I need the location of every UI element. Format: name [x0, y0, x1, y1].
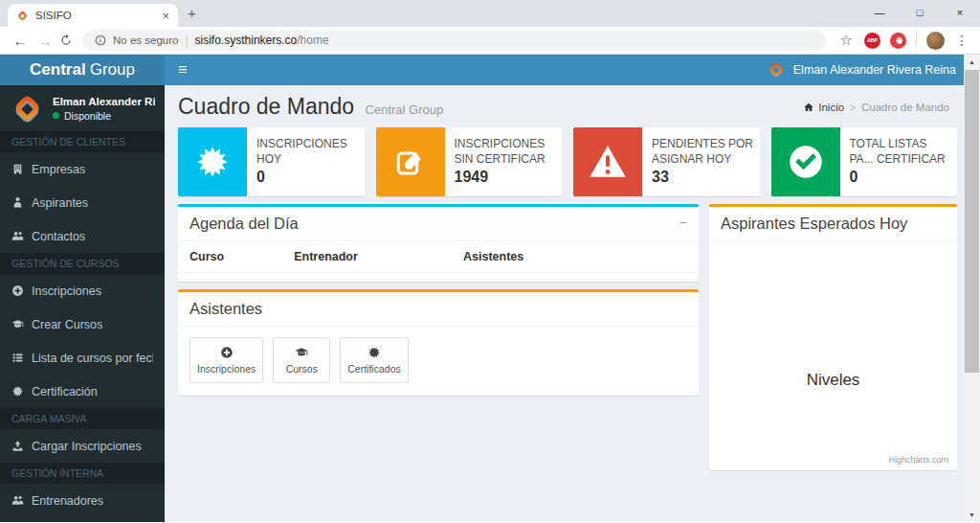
vertical-scrollbar[interactable]: ▲ ▼ [964, 55, 980, 522]
sidebar-item-label: Inscripciones [32, 284, 101, 298]
adblock-extension-icon[interactable]: ABP [864, 33, 880, 49]
check-circle-icon [787, 143, 825, 181]
browser-window: SISIFO × + — □ × ← → No es seguro | sisi… [0, 0, 980, 523]
sidebar-section-interna: GESTIÓN INTERNA [0, 463, 165, 484]
browser-toolbar: ← → No es seguro | sisifo.systhinkers.co… [0, 27, 980, 55]
sidebar-item-label: Entrenadores [32, 494, 103, 508]
sidebar-item-label: Contactos [32, 230, 85, 243]
card-label: PENDIENTES POR ASIGNAR HOY [652, 136, 754, 167]
breadcrumb: Inicio > Cuadro de Mando [803, 102, 949, 113]
address-bar[interactable]: No es seguro | sisifo.systhinkers.co/hom… [82, 30, 826, 51]
url-divider: | [185, 34, 188, 47]
app-navbar: CentralGroup ≡ Elman Alexander Rivera Re… [0, 55, 980, 85]
reload-button[interactable] [59, 34, 73, 47]
page-info-icon[interactable] [94, 34, 107, 47]
page-subtitle: Central Group [366, 102, 444, 117]
aspirantes-title: Aspirantes Esperados Hoy [721, 215, 907, 232]
inscripciones-button[interactable]: Inscripciones [189, 337, 263, 383]
card-listas-certificar[interactable]: TOTAL LISTAS PA... CERTIFICAR 0 [771, 127, 958, 196]
certificados-button[interactable]: Certificados [340, 337, 408, 383]
scroll-down-icon[interactable]: ▼ [964, 508, 980, 522]
browser-tab[interactable]: SISIFO × [8, 4, 178, 27]
upload-icon [11, 440, 24, 452]
sidebar-item-contactos[interactable]: Contactos [0, 219, 165, 253]
scroll-up-icon[interactable]: ▲ [964, 55, 980, 69]
window-controls: — □ × [859, 0, 980, 27]
plus-circle-icon [11, 284, 24, 297]
back-button[interactable]: ← [8, 33, 33, 49]
users-icon [11, 230, 24, 242]
toolbar-separator [916, 33, 917, 48]
collapse-minus-icon[interactable]: − [679, 215, 687, 230]
content-header: Cuadro de Mando Central Group Inicio > C… [165, 85, 964, 125]
burst-icon [194, 144, 231, 180]
chart-credits[interactable]: Highcharts.com [888, 455, 948, 465]
certificate-icon [11, 385, 24, 398]
list-icon [11, 352, 24, 364]
person-icon [11, 196, 24, 209]
sidebar-toggle-icon[interactable]: ≡ [178, 55, 187, 85]
building-icon [11, 163, 24, 175]
card-pendientes[interactable]: PENDIENTES POR ASIGNAR HOY 33 [573, 127, 760, 196]
card-inscripciones-hoy[interactable]: INSCRIPCIONES HOY 0 [178, 127, 365, 196]
card-value: 1949 [455, 169, 557, 186]
sidebar-item-lista-cursos[interactable]: Lista de cursos por fecha [0, 341, 165, 375]
breadcrumb-separator: > [850, 102, 856, 113]
scrollbar-thumb[interactable] [965, 70, 979, 373]
sidebar-item-label: Aspirantes [32, 196, 88, 210]
window-restore-button[interactable]: □ [900, 0, 940, 27]
card-label: INSCRIPCIONES SIN CERTIFICAR [455, 136, 557, 167]
sidebar-item-aspirantes[interactable]: Aspirantes [0, 186, 165, 219]
sidebar-item-inscripciones[interactable]: Inscripciones [0, 274, 165, 307]
agenda-table-body [178, 273, 699, 282]
security-label: No es seguro [113, 34, 178, 46]
card-sin-certificar[interactable]: INSCRIPCIONES SIN CERTIFICAR 1949 [376, 127, 563, 196]
sidebar-item-entrenadores[interactable]: Entrenadores [0, 484, 165, 517]
agenda-panel: Agenda del Día − Curso Entrenador Asiste… [178, 204, 699, 282]
brand-logo[interactable]: CentralGroup [0, 55, 165, 85]
chart-title: Niveles [709, 371, 957, 390]
breadcrumb-current: Cuadro de Mando [861, 102, 949, 113]
status-dot-icon [53, 112, 59, 119]
sidebar-item-crear-cursos[interactable]: Crear Cursos [0, 307, 165, 341]
card-value: 0 [256, 169, 359, 186]
sidebar-item-empresas[interactable]: Empresas [0, 152, 165, 186]
breadcrumb-home[interactable]: Inicio [818, 102, 844, 113]
profile-avatar[interactable] [926, 32, 945, 50]
edit-icon [393, 145, 428, 179]
cursos-button[interactable]: Cursos [273, 337, 330, 383]
url-path: /home [297, 34, 328, 47]
sidebar-item-cargar-inscripciones[interactable]: Cargar Inscripciones [0, 429, 165, 463]
sidebar-item-certificacion[interactable]: Certificación [0, 375, 165, 408]
sidebar-user-name: Elman Alexander Rivera Reina [53, 96, 155, 107]
column-entrenador: Entrenador [294, 241, 463, 272]
forward-button[interactable]: → [33, 33, 57, 49]
new-tab-button[interactable]: + [188, 5, 196, 21]
sidebar-user-status: Disponible [64, 110, 111, 122]
window-close-button[interactable]: × [940, 0, 980, 27]
blocker-extension-icon[interactable] [890, 33, 906, 49]
window-minimize-button[interactable]: — [859, 0, 900, 27]
url-host: sisifo.systhinkers.co [195, 34, 298, 47]
user-logo-icon [767, 60, 786, 80]
certificate-icon [368, 346, 381, 359]
stat-cards-row: INSCRIPCIONES HOY 0 INSCRIPCIONES SIN CE… [178, 127, 957, 196]
browser-menu-icon[interactable]: ⋮ [955, 33, 969, 48]
site-favicon-icon [16, 10, 29, 22]
sidebar-section-cursos: GESTIÓN DE CURSOS [0, 253, 165, 274]
page-title: Cuadro de Mando [178, 94, 354, 119]
navbar-user[interactable]: Elman Alexander Rivera Reina [767, 55, 956, 85]
brand-bold: Central [30, 60, 86, 79]
graduation-cap-icon [11, 318, 24, 330]
bookmark-star-icon[interactable]: ☆ [840, 32, 853, 49]
sidebar: Elman Alexander Rivera Reina Disponible … [0, 85, 165, 522]
graduation-cap-icon [295, 346, 308, 359]
card-label: INSCRIPCIONES HOY [256, 136, 359, 167]
tab-close-icon[interactable]: × [162, 9, 169, 23]
company-logo-icon [10, 91, 45, 126]
card-value: 0 [850, 169, 952, 186]
users-icon [11, 494, 24, 507]
column-asistentes: Asistentes [463, 241, 687, 272]
app-viewport: CentralGroup ≡ Elman Alexander Rivera Re… [0, 55, 980, 522]
aspirantes-panel: Aspirantes Esperados Hoy Niveles Highcha… [709, 204, 957, 470]
